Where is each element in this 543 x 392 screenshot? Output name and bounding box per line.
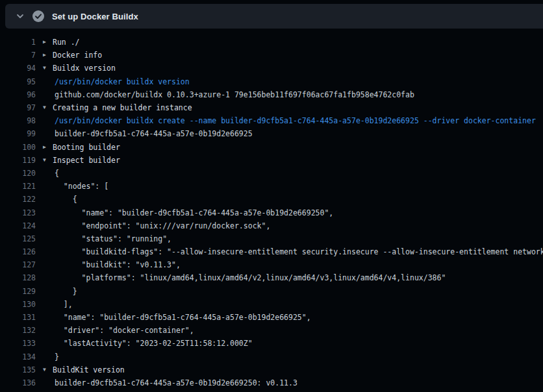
line-number[interactable]: 96 <box>0 90 36 99</box>
line-number[interactable]: 100 <box>0 143 36 152</box>
log-text: "buildkit": "v0.11.3", <box>36 260 181 269</box>
check-circle-icon <box>32 10 44 22</box>
log-group-row: 97▼Creating a new builder instance <box>0 101 543 114</box>
log-text: "platforms": "linux/amd64,linux/amd64/v2… <box>36 273 446 282</box>
group-toggle[interactable]: ▼Buildx version <box>36 64 116 73</box>
log-row: 98/usr/bin/docker buildx create --name b… <box>0 114 543 127</box>
log-text: } <box>36 352 59 361</box>
log-text: ], <box>36 300 73 309</box>
line-number[interactable]: 130 <box>0 300 36 309</box>
log-row: 131 "name": "builder-d9cfb5a1-c764-445a-… <box>0 311 543 324</box>
triangle-right-icon: ▶ <box>43 40 53 45</box>
log-text: "endpoint": "unix:///var/run/docker.sock… <box>36 221 270 230</box>
line-number[interactable]: 121 <box>0 182 36 191</box>
log-command-text: /usr/bin/docker buildx create --name bui… <box>36 116 536 125</box>
log-text: "status": "running", <box>36 234 171 243</box>
group-title: Docker info <box>53 51 102 60</box>
group-title: Inspect builder <box>53 156 120 165</box>
log-group-row: 94▼Buildx version <box>0 62 543 75</box>
line-number[interactable]: 133 <box>0 339 36 348</box>
line-number[interactable]: 95 <box>0 77 36 86</box>
log-text: "buildkitd-flags": "--allow-insecure-ent… <box>36 247 543 256</box>
log-row: 130 ], <box>0 298 543 311</box>
line-number[interactable]: 94 <box>0 64 36 73</box>
log-row: 123 "name": "builder-d9cfb5a1-c764-445a-… <box>0 206 543 219</box>
log-text: "name": "builder-d9cfb5a1-c764-445a-a57e… <box>36 208 333 217</box>
line-number[interactable]: 134 <box>0 352 36 361</box>
log-group-row: 1▶Run ./ <box>0 36 543 49</box>
group-title: BuildKit version <box>53 365 125 374</box>
line-number[interactable]: 123 <box>0 208 36 217</box>
triangle-down-icon: ▼ <box>43 158 53 163</box>
log: 1▶Run ./7▶Docker info94▼Buildx version95… <box>0 36 543 389</box>
log-group-row: 135▼BuildKit version <box>0 363 543 376</box>
line-number[interactable]: 132 <box>0 326 36 335</box>
log-text: github.com/docker/buildx 0.10.3+azure-1 … <box>36 90 414 99</box>
line-number[interactable]: 129 <box>0 287 36 296</box>
log-row: 133 "lastActivity": "2023-02-25T11:58:12… <box>0 337 543 350</box>
log-row: 134} <box>0 350 543 363</box>
group-toggle[interactable]: ▶Run ./ <box>36 38 80 47</box>
log-row: 125 "status": "running", <box>0 232 543 245</box>
line-number[interactable]: 7 <box>0 51 36 60</box>
log-text: "driver": "docker-container", <box>36 326 194 335</box>
group-title: Buildx version <box>53 64 116 73</box>
log-row: 128 "platforms": "linux/amd64,linux/amd6… <box>0 271 543 284</box>
group-title: Booting builder <box>53 143 120 152</box>
step-header[interactable]: Set up Docker Buildx <box>5 4 543 29</box>
group-toggle[interactable]: ▼BuildKit version <box>36 365 125 374</box>
triangle-right-icon: ▶ <box>43 145 53 150</box>
line-number[interactable]: 98 <box>0 116 36 125</box>
line-number[interactable]: 128 <box>0 273 36 282</box>
line-number[interactable]: 119 <box>0 156 36 165</box>
log-row: 122 { <box>0 193 543 206</box>
log-group-row: 7▶Docker info <box>0 49 543 62</box>
triangle-right-icon: ▶ <box>43 53 53 58</box>
log-row: 120{ <box>0 167 543 180</box>
line-number[interactable]: 97 <box>0 103 36 112</box>
log-row: 99builder-d9cfb5a1-c764-445a-a57e-0b19d2… <box>0 127 543 140</box>
log-row: 95/usr/bin/docker buildx version <box>0 75 543 88</box>
log-row: 129 } <box>0 285 543 298</box>
group-toggle[interactable]: ▼Creating a new builder instance <box>36 103 192 112</box>
log-row: 121 "nodes": [ <box>0 180 543 193</box>
log-row: 132 "driver": "docker-container", <box>0 324 543 337</box>
log-row: 96github.com/docker/buildx 0.10.3+azure-… <box>0 88 543 101</box>
log-text: } <box>36 287 77 296</box>
step-title: Set up Docker Buildx <box>52 12 138 21</box>
log-text: "lastActivity": "2023-02-25T11:58:12.000… <box>36 339 253 348</box>
group-title: Creating a new builder instance <box>53 103 192 112</box>
triangle-down-icon: ▼ <box>43 367 53 373</box>
log-text: { <box>36 169 59 178</box>
log-row: 127 "buildkit": "v0.11.3", <box>0 258 543 271</box>
log-text: builder-d9cfb5a1-c764-445a-a57e-0b19d2e6… <box>36 129 253 138</box>
line-number[interactable]: 1 <box>0 38 36 47</box>
log-row: 124 "endpoint": "unix:///var/run/docker.… <box>0 219 543 232</box>
line-number[interactable]: 125 <box>0 234 36 243</box>
line-number[interactable]: 124 <box>0 221 36 230</box>
line-number[interactable]: 126 <box>0 247 36 256</box>
log-text: builder-d9cfb5a1-c764-445a-a57e-0b19d2e6… <box>36 378 297 387</box>
group-toggle[interactable]: ▶Booting builder <box>36 143 120 152</box>
log-group-row: 119▼Inspect builder <box>0 154 543 167</box>
triangle-down-icon: ▼ <box>43 105 53 110</box>
line-number[interactable]: 135 <box>0 365 36 374</box>
line-number[interactable]: 122 <box>0 195 36 204</box>
log-row: 126 "buildkitd-flags": "--allow-insecure… <box>0 245 543 258</box>
group-toggle[interactable]: ▶Docker info <box>36 51 102 60</box>
log-text: "nodes": [ <box>36 182 108 191</box>
log-command-text: /usr/bin/docker buildx version <box>36 77 190 86</box>
line-number[interactable]: 99 <box>0 129 36 138</box>
line-number[interactable]: 127 <box>0 260 36 269</box>
triangle-down-icon: ▼ <box>43 66 53 71</box>
log-row: 136builder-d9cfb5a1-c764-445a-a57e-0b19d… <box>0 376 543 389</box>
line-number[interactable]: 120 <box>0 169 36 178</box>
chevron-down-icon[interactable] <box>16 12 24 20</box>
log-group-row: 100▶Booting builder <box>0 141 543 154</box>
line-number[interactable]: 131 <box>0 313 36 322</box>
group-toggle[interactable]: ▼Inspect builder <box>36 156 120 165</box>
line-number[interactable]: 136 <box>0 378 36 387</box>
group-title: Run ./ <box>53 38 80 47</box>
log-text: "name": "builder-d9cfb5a1-c764-445a-a57e… <box>36 313 311 322</box>
log-text: { <box>36 195 77 204</box>
